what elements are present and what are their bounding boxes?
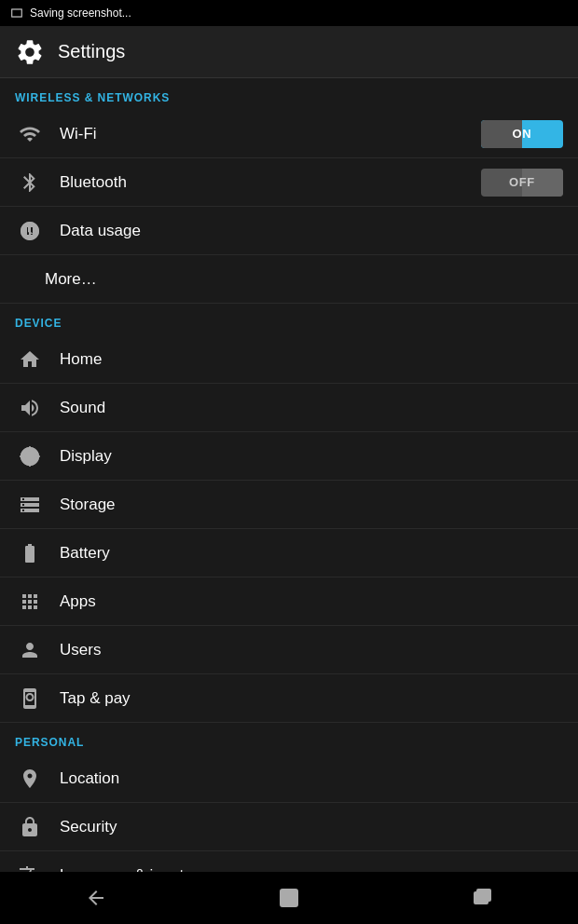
security-icon	[15, 812, 45, 842]
wifi-label: Wi-Fi	[60, 125, 481, 143]
display-label: Display	[60, 447, 563, 466]
data-usage-label: Data usage	[60, 222, 563, 240]
bluetooth-icon	[15, 168, 45, 197]
back-button[interactable]	[73, 875, 119, 921]
security-label: Security	[60, 818, 563, 836]
display-icon	[15, 442, 45, 471]
bluetooth-toggle-label: OFF	[509, 175, 535, 189]
svg-rect-5	[477, 890, 490, 901]
screenshot-icon	[9, 6, 24, 20]
wifi-icon	[15, 119, 45, 149]
status-message: Saving screenshot...	[30, 7, 131, 20]
sound-label: Sound	[60, 399, 563, 417]
svg-rect-1	[12, 10, 21, 17]
settings-list: WIRELESS & NETWORKS Wi-Fi ON Bluetooth O…	[0, 78, 578, 872]
section-header-device: DEVICE	[0, 304, 578, 335]
title-bar: Settings	[0, 26, 578, 78]
tap-pay-label: Tap & pay	[60, 689, 563, 708]
settings-item-wifi[interactable]: Wi-Fi ON	[0, 110, 578, 158]
section-header-wireless: WIRELESS & NETWORKS	[0, 78, 578, 110]
more-label: More…	[45, 270, 563, 289]
settings-item-apps[interactable]: Apps	[0, 578, 578, 626]
status-bar: Saving screenshot...	[0, 0, 578, 26]
settings-item-language[interactable]: Language & input	[0, 851, 578, 872]
home-button[interactable]	[266, 875, 312, 921]
bluetooth-label: Bluetooth	[60, 173, 481, 192]
settings-item-display[interactable]: Display	[0, 432, 578, 481]
settings-item-battery[interactable]: Battery	[0, 529, 578, 578]
settings-item-location[interactable]: Location	[0, 754, 578, 803]
data-usage-icon	[15, 216, 45, 246]
page-title: Settings	[58, 41, 125, 62]
settings-item-data-usage[interactable]: Data usage	[0, 207, 578, 255]
section-header-personal: PERSONAL	[0, 723, 578, 754]
apps-icon	[15, 587, 45, 617]
users-label: Users	[60, 641, 563, 659]
bluetooth-toggle[interactable]: OFF	[481, 169, 563, 197]
settings-item-users[interactable]: Users	[0, 626, 578, 674]
users-icon	[15, 635, 45, 665]
battery-label: Battery	[60, 544, 563, 563]
location-icon	[15, 764, 45, 794]
apps-label: Apps	[60, 592, 563, 611]
settings-item-storage[interactable]: Storage	[0, 481, 578, 529]
recents-button[interactable]	[459, 875, 505, 921]
settings-item-more[interactable]: More…	[0, 255, 578, 304]
storage-label: Storage	[60, 496, 563, 514]
sound-icon	[15, 393, 45, 423]
home-label: Home	[60, 350, 563, 369]
nav-bar	[0, 872, 578, 924]
settings-item-home[interactable]: Home	[0, 335, 578, 384]
settings-item-security[interactable]: Security	[0, 803, 578, 851]
wifi-toggle-label: ON	[513, 127, 532, 141]
language-icon	[15, 861, 45, 873]
battery-icon	[15, 538, 45, 568]
settings-gear-icon	[15, 37, 45, 67]
location-label: Location	[60, 769, 563, 788]
settings-item-sound[interactable]: Sound	[0, 384, 578, 432]
wifi-toggle[interactable]: ON	[481, 120, 563, 148]
settings-item-tap-pay[interactable]: Tap & pay	[0, 674, 578, 723]
settings-item-bluetooth[interactable]: Bluetooth OFF	[0, 158, 578, 207]
storage-icon	[15, 490, 45, 520]
tap-pay-icon	[15, 684, 45, 713]
home-icon	[15, 345, 45, 374]
svg-rect-3	[281, 890, 297, 906]
